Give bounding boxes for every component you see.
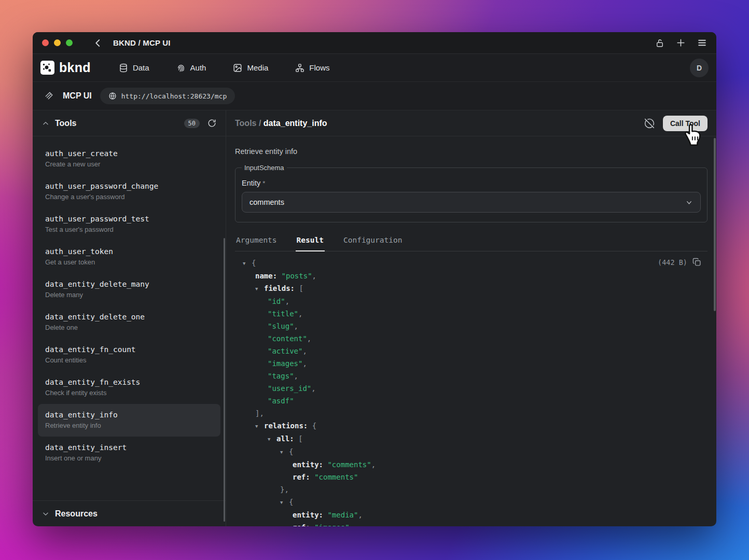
input-schema-legend: InputSchema xyxy=(242,164,287,172)
tool-name: data_entity_delete_many xyxy=(45,280,213,288)
server-url-text: http://localhost:28623/mcp xyxy=(121,92,227,100)
json-line: ▼fields: [ xyxy=(235,282,708,295)
tool-description: Count entities xyxy=(45,356,213,364)
tab-result[interactable]: Result xyxy=(296,236,325,251)
globe-icon xyxy=(108,92,117,100)
image-icon xyxy=(233,63,242,73)
breadcrumb-parent[interactable]: Tools / xyxy=(235,119,261,128)
refresh-icon[interactable] xyxy=(207,119,216,128)
entity-select[interactable]: comments xyxy=(242,192,701,213)
fingerprint-icon xyxy=(176,63,186,73)
minimize-window-button[interactable] xyxy=(54,39,61,46)
entity-select-value: comments xyxy=(249,198,284,206)
tool-list-item[interactable]: auth_user_createCreate a new user xyxy=(38,143,220,175)
nav-item-label: Data xyxy=(133,63,149,72)
circle-off-icon[interactable] xyxy=(644,118,655,129)
result-json-tree[interactable]: ▼{name: "posts",▼fields: ["id","title","… xyxy=(235,257,708,526)
tool-name: data_entity_info xyxy=(45,411,213,419)
tool-list-item[interactable]: data_entity_fn_existsCheck if entity exi… xyxy=(38,371,220,404)
tool-list-item[interactable]: data_entity_fn_countCount entities xyxy=(38,339,220,371)
json-line: name: "posts", xyxy=(235,270,708,282)
tool-list: auth_user_createCreate a new userauth_us… xyxy=(33,136,226,500)
entity-field-label: Entity* xyxy=(242,179,701,187)
resources-header-title: Resources xyxy=(55,509,98,519)
json-line: "images", xyxy=(235,357,708,370)
tool-name: auth_user_password_test xyxy=(45,215,213,223)
input-schema-fieldset: InputSchema Entity* comments xyxy=(235,164,708,222)
tool-list-item[interactable]: data_entity_infoRetrieve entity info xyxy=(38,404,220,437)
tool-list-item[interactable]: auth_user_tokenGet a user token xyxy=(38,241,220,273)
collapse-triangle-icon[interactable]: ▼ xyxy=(243,257,252,270)
tab-arguments[interactable]: Arguments xyxy=(235,236,278,251)
tools-count-badge: 50 xyxy=(184,119,200,128)
required-mark: * xyxy=(262,179,265,187)
copy-icon[interactable] xyxy=(692,258,701,267)
tool-list-item[interactable]: data_entity_delete_manyDelete many xyxy=(38,273,220,306)
tool-list-item[interactable]: auth_user_password_changeChange a user's… xyxy=(38,175,220,208)
collapse-triangle-icon[interactable]: ▼ xyxy=(255,283,264,295)
json-line: entity: "comments", xyxy=(235,458,708,471)
collapse-triangle-icon[interactable]: ▼ xyxy=(280,496,289,509)
tools-section-header[interactable]: Tools 50 xyxy=(33,110,226,136)
tool-detail: Retrieve entity info InputSchema Entity*… xyxy=(226,136,716,526)
json-line: "tags", xyxy=(235,370,708,382)
json-line: ▼{ xyxy=(235,496,708,509)
resources-section-header[interactable]: Resources xyxy=(33,500,226,526)
server-title: MCP UI xyxy=(63,91,92,101)
breadcrumb-current: data_entity_info xyxy=(263,119,327,128)
json-line: ▼all: [ xyxy=(235,432,708,445)
new-tab-icon[interactable] xyxy=(676,38,686,48)
tool-description: Delete one xyxy=(45,324,213,331)
json-line: ref: "images" xyxy=(235,521,708,526)
tool-name: data_entity_fn_exists xyxy=(45,378,213,386)
collapse-triangle-icon[interactable]: ▼ xyxy=(280,446,289,458)
tool-list-item[interactable]: auth_user_password_testTest a user's pas… xyxy=(38,208,220,241)
chevron-left-icon xyxy=(93,38,103,48)
zoom-window-button[interactable] xyxy=(66,39,73,46)
title-bar: BKND / MCP UI xyxy=(33,32,716,54)
mcp-icon xyxy=(44,91,54,101)
json-line: "title", xyxy=(235,307,708,320)
collapse-triangle-icon[interactable]: ▼ xyxy=(255,420,264,432)
tool-name: auth_user_create xyxy=(45,149,213,158)
tool-description: Retrieve entity info xyxy=(45,422,213,429)
tool-description: Create a new user xyxy=(45,160,213,168)
tool-list-item[interactable]: data_entity_delete_oneDelete one xyxy=(38,306,220,339)
json-line: "content", xyxy=(235,332,708,345)
result-json-panel: (442 B) ▼{name: "posts",▼fields: ["id","… xyxy=(235,257,708,526)
unlock-icon[interactable] xyxy=(655,38,664,48)
tool-list-item[interactable]: data_entity_insertInsert one or many xyxy=(38,437,220,469)
json-line: "users_id", xyxy=(235,382,708,395)
app-window: BKND / MCP UI bknd xyxy=(33,32,716,526)
chevron-down-icon xyxy=(685,199,693,206)
result-tabs: ArgumentsResultConfiguration xyxy=(235,236,708,251)
collapse-triangle-icon[interactable]: ▼ xyxy=(268,433,276,445)
json-line: entity: "media", xyxy=(235,509,708,521)
call-tool-button[interactable]: Call Tool xyxy=(663,116,708,131)
chevron-up-icon xyxy=(42,120,49,127)
user-avatar[interactable]: D xyxy=(690,59,709,77)
nav-item-label: Flows xyxy=(309,63,329,72)
nav-item-media[interactable]: Media xyxy=(233,63,268,73)
nav-item-data[interactable]: Data xyxy=(119,63,149,73)
window-title: BKND / MCP UI xyxy=(113,38,171,47)
sidebar-scrollbar[interactable] xyxy=(224,238,225,522)
tab-configuration[interactable]: Configuration xyxy=(342,236,404,251)
menu-icon[interactable] xyxy=(697,38,707,48)
workflow-icon xyxy=(295,63,304,73)
brand-logo[interactable]: bknd xyxy=(40,60,91,75)
breadcrumb: Tools / data_entity_info xyxy=(235,119,327,128)
back-button[interactable] xyxy=(93,38,103,48)
json-line: "id", xyxy=(235,295,708,307)
server-url[interactable]: http://localhost:28623/mcp xyxy=(100,88,235,104)
tool-description: Delete many xyxy=(45,291,213,299)
tool-name: data_entity_insert xyxy=(45,443,213,452)
nav-item-auth[interactable]: Auth xyxy=(176,63,206,73)
brand-name: bknd xyxy=(59,60,91,75)
tool-name: auth_user_password_change xyxy=(45,182,213,190)
nav-item-flows[interactable]: Flows xyxy=(295,63,329,73)
json-line: ▼{ xyxy=(235,445,708,458)
close-window-button[interactable] xyxy=(42,39,49,46)
main-scrollbar[interactable] xyxy=(714,138,716,311)
json-line: ], xyxy=(235,407,708,419)
